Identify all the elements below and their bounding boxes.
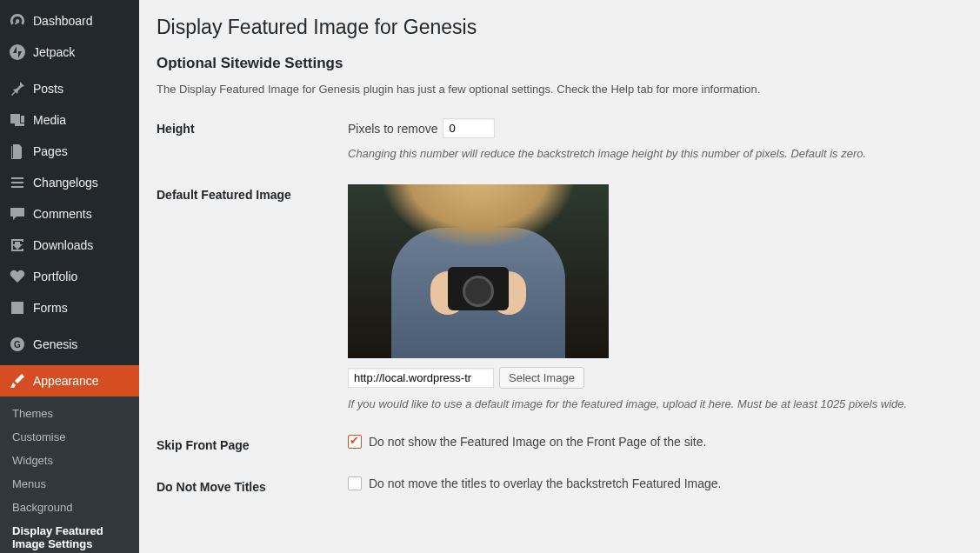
sidebar-item-comments[interactable]: Comments [0, 198, 139, 230]
select-image-button[interactable]: Select Image [499, 367, 584, 389]
sidebar-item-label: Dashboard [33, 14, 93, 28]
jetpack-icon [9, 43, 26, 61]
sidebar-item-label: Genesis [33, 337, 77, 351]
main-content: Display Featured Image for Genesis Optio… [139, 0, 980, 553]
image-url-input[interactable] [348, 368, 494, 388]
sidebar-item-label: Posts [33, 82, 63, 96]
form-icon [9, 299, 26, 316]
page-title: Display Featured Image for Genesis [157, 16, 963, 39]
section-title: Optional Sitewide Settings [157, 55, 963, 72]
media-icon [9, 111, 26, 129]
sidebar-item-label: Appearance [33, 374, 99, 388]
sidebar-item-changelogs[interactable]: Changelogs [0, 167, 139, 198]
genesis-icon: G [9, 336, 26, 353]
submenu-item-display-featured-image-settings[interactable]: Display Featured Image Settings [0, 519, 139, 553]
default-image-help: If you would like to use a default image… [348, 397, 963, 410]
pages-icon [9, 143, 26, 160]
label-no-move: Do Not Move Titles [157, 476, 348, 494]
sidebar-item-dashboard[interactable]: Dashboard [0, 5, 139, 37]
dashboard-icon [9, 12, 26, 30]
svg-point-0 [10, 44, 25, 60]
sidebar-item-pages[interactable]: Pages [0, 136, 139, 167]
list-icon [9, 174, 26, 191]
row-default-image: Default Featured Image Select Image If y… [157, 184, 963, 410]
skip-front-text: Do not show the Featured Image on the Fr… [369, 435, 706, 449]
sidebar-item-label: Pages [33, 144, 68, 158]
sidebar-item-label: Portfolio [33, 270, 77, 283]
pin-icon [9, 80, 26, 97]
brush-icon [9, 372, 26, 390]
appearance-submenu: ThemesCustomiseWidgetsMenusBackgroundDis… [0, 396, 139, 553]
sidebar-item-posts[interactable]: Posts [0, 73, 139, 104]
label-skip-front: Skip Front Page [157, 435, 348, 452]
label-default-image: Default Featured Image [157, 184, 348, 202]
sidebar-item-label: Media [33, 113, 66, 127]
submenu-item-menus[interactable]: Menus [0, 472, 139, 496]
skip-front-checkbox[interactable] [348, 435, 362, 449]
height-input[interactable] [443, 118, 495, 138]
sidebar-item-label: Forms [33, 301, 68, 315]
sidebar-item-label: Comments [33, 207, 92, 221]
comment-icon [9, 205, 26, 223]
sidebar-item-genesis[interactable]: GGenesis [0, 329, 139, 360]
no-move-checkbox[interactable] [348, 476, 362, 490]
row-no-move: Do Not Move Titles Do not move the title… [157, 476, 963, 494]
admin-sidebar: DashboardJetpackPostsMediaPagesChangelog… [0, 0, 139, 553]
sidebar-item-media[interactable]: Media [0, 104, 139, 136]
submenu-item-widgets[interactable]: Widgets [0, 449, 139, 472]
row-height: Height Pixels to remove Changing this nu… [157, 118, 963, 160]
sidebar-item-label: Downloads [33, 238, 93, 252]
height-help: Changing this number will reduce the bac… [348, 147, 963, 160]
sidebar-item-label: Jetpack [33, 45, 75, 59]
no-move-text: Do not move the titles to overlay the ba… [369, 476, 721, 490]
sidebar-item-portfolio[interactable]: Portfolio [0, 261, 139, 292]
label-height: Height [157, 118, 348, 136]
sidebar-item-appearance[interactable]: Appearance [0, 365, 139, 396]
submenu-item-customise[interactable]: Customise [0, 425, 139, 449]
submenu-item-background[interactable]: Background [0, 496, 139, 519]
submenu-item-themes[interactable]: Themes [0, 402, 139, 425]
default-image-preview[interactable] [348, 184, 609, 358]
sidebar-item-jetpack[interactable]: Jetpack [0, 37, 139, 68]
sidebar-item-forms[interactable]: Forms [0, 292, 139, 323]
svg-text:G: G [14, 340, 21, 350]
heart-icon [9, 268, 26, 285]
download-icon [9, 237, 26, 254]
sidebar-item-downloads[interactable]: Downloads [0, 230, 139, 261]
sidebar-item-label: Changelogs [33, 176, 98, 190]
height-prefix: Pixels to remove [348, 122, 437, 136]
row-skip-front: Skip Front Page Do not show the Featured… [157, 435, 963, 452]
intro-text: The Display Featured Image for Genesis p… [157, 83, 963, 96]
